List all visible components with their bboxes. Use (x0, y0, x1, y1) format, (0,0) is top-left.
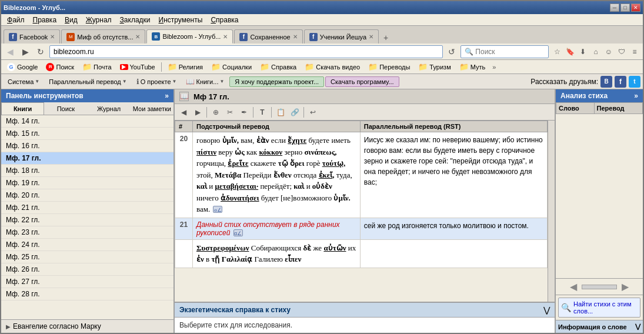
bookmark-google[interactable]: G Google (4, 62, 41, 72)
sidebar-footer[interactable]: ▶ Евангелие согласно Марку (1, 319, 173, 333)
sidebar-tab-search[interactable]: Поиск (44, 102, 87, 115)
tab-saved[interactable]: f Сохраненное ✕ (234, 29, 302, 44)
refresh-icon[interactable]: ↺ (445, 45, 458, 58)
tab-myth[interactable]: М Миф об отсутств... ✕ (61, 29, 145, 44)
add-tool-button[interactable]: ⊕ (209, 106, 222, 119)
bookmark-translations[interactable]: 📁 Переводы (365, 61, 413, 72)
sidebar-item-mf24[interactable]: Мф. 24 гл. (1, 239, 173, 251)
bookmark-download[interactable]: 📁 Скачать видео (301, 61, 363, 72)
sidebar-item-mf14[interactable]: Мф. 14 гл. (1, 115, 173, 128)
bookmark-spravka[interactable]: 📁 Справка (256, 61, 300, 72)
minimize-button[interactable]: ─ (610, 4, 619, 12)
sidebar-expand-icon[interactable]: » (165, 92, 169, 100)
tab-close-saved[interactable]: ✕ (293, 34, 298, 40)
bookmark-pochta[interactable]: 📁 Почта (79, 61, 115, 72)
facebook-share-button-2[interactable]: f (615, 76, 626, 88)
project-button[interactable]: ℹ О проекте ▼ (132, 76, 181, 88)
tab-biblezoom[interactable]: B Biblezoom - Углуб... ✕ (146, 29, 233, 44)
system-button[interactable]: Система ▼ (4, 76, 44, 87)
sidebar-item-mf22[interactable]: Мф. 22 гл. (1, 214, 173, 226)
menu-tools[interactable]: Инструменты (155, 15, 206, 25)
find-verses-button[interactable]: 🔍 Найти стихи с этим слов... (558, 298, 640, 318)
sidebar-tab-notes[interactable]: Мои заметки (131, 102, 173, 115)
bookmark-misc[interactable]: 📁 Муть (456, 61, 489, 72)
close-button[interactable]: ✕ (631, 4, 640, 12)
menu-journal[interactable]: Журнал (82, 15, 115, 25)
vertical-scrollbar[interactable] (548, 121, 555, 302)
star-icon[interactable]: ☆ (551, 46, 563, 58)
sidebar-item-mf23[interactable]: Мф. 23 гл. (1, 226, 173, 239)
prev-button[interactable]: ◀ (177, 106, 190, 119)
bookmark-youtube[interactable]: YouTube (116, 62, 159, 72)
sidebar-item-mf21[interactable]: Мф. 21 гл. (1, 202, 173, 214)
bookmark-social[interactable]: 📁 Социалки (208, 61, 255, 72)
sidebar-item-mf19[interactable]: Мф. 19 гл. (1, 177, 173, 189)
search-input[interactable] (461, 45, 549, 58)
right-scrollbar[interactable] (582, 285, 617, 289)
bookmark-icon[interactable]: 🔖 (564, 46, 576, 58)
link-button[interactable]: 🔗 (288, 106, 301, 119)
reload-button[interactable]: ↻ (34, 45, 47, 58)
right-info-expand[interactable]: ⋁ (635, 323, 640, 330)
right-left-arrow[interactable]: ◀ (570, 281, 577, 292)
tab-facebook[interactable]: f Facebook ✕ (4, 29, 60, 44)
sidebar-item-mf25[interactable]: Мф. 25 гл. (1, 251, 173, 263)
home-icon[interactable]: ⌂ (590, 46, 602, 58)
sidebar-item-mf26[interactable]: Мф. 26 гл. (1, 263, 173, 276)
download-icon[interactable]: ⬇ (577, 46, 589, 58)
profile-icon[interactable]: ☺ (603, 46, 615, 58)
table-row[interactable]: 20 говорю ὑμῖν, вам, ἐὰν если ἔχητε буде… (175, 132, 548, 218)
tab-close-myth[interactable]: ✕ (135, 34, 140, 40)
download-program-button[interactable]: Скачать программу... (325, 76, 399, 87)
menu-bookmarks[interactable]: Закладки (116, 15, 154, 25)
bottom-expand-icon[interactable]: ⋁ (543, 305, 550, 315)
tab-close-disciples[interactable]: ✕ (369, 34, 373, 40)
sidebar-item-mf16[interactable]: Мф. 16 гл. (1, 140, 173, 152)
sidebar-item-mf20[interactable]: Мф. 20 гл. (1, 189, 173, 202)
right-right-arrow[interactable]: ▶ (622, 281, 629, 292)
tab-disciples[interactable]: f Ученики Йешуа ✕ (304, 29, 379, 44)
table-row[interactable]: 21 Данный стих отсутствует в ряде ранних… (175, 218, 548, 239)
sidebar-tab-books[interactable]: Книги (1, 102, 44, 115)
bookmarks-more[interactable]: » (490, 64, 498, 71)
sidebar-item-mf17[interactable]: Мф. 17 гл. (1, 152, 173, 165)
sidebar-tab-journal[interactable]: Журнал (88, 102, 131, 115)
sidebar-item-mf27[interactable]: Мф. 27 гл. (1, 276, 173, 288)
forward-button[interactable]: ▶ (19, 45, 32, 58)
facebook-share-button[interactable]: B (600, 76, 612, 88)
copy-button[interactable]: 📋 (274, 106, 287, 119)
parallel-translation-button[interactable]: Параллельный перевод ▼ (45, 76, 131, 87)
menu-help[interactable]: Справка (207, 15, 242, 25)
scissors-button[interactable]: ✂ (223, 106, 236, 119)
new-tab-button[interactable]: + (380, 32, 392, 44)
bookmark-religion[interactable]: 📁 Религия (164, 61, 206, 72)
table-row[interactable]: Συστρεφομένων Собирающихся δὲ же αὐτῶν и… (175, 239, 548, 268)
bookmark-yandex[interactable]: Я Поиск (42, 62, 77, 72)
next-button[interactable]: ▶ (191, 106, 204, 119)
tab-close-biblezoom[interactable]: ✕ (223, 34, 228, 40)
text-button[interactable]: T (256, 106, 269, 119)
menu-edit[interactable]: Правка (29, 15, 61, 25)
table-scroll[interactable]: # Подстрочный перевод Параллельный перев… (175, 121, 548, 302)
support-button[interactable]: Я хочу поддержать проект... (229, 76, 324, 87)
address-input[interactable] (49, 45, 443, 58)
menu-icon[interactable]: ≡ (629, 46, 640, 58)
sidebar-item-mf28[interactable]: Мф. 28 гл. (1, 288, 173, 300)
menu-bar: Файл Правка Вид Журнал Закладки Инструме… (1, 14, 643, 26)
menu-view[interactable]: Вид (61, 15, 81, 25)
edit-button[interactable]: ✒ (238, 106, 251, 119)
twitter-share-button[interactable]: t (629, 76, 640, 88)
shield-icon[interactable]: 🛡 (616, 46, 628, 58)
sidebar-item-mf18[interactable]: Мф. 18 гл. (1, 165, 173, 177)
books-button[interactable]: 📖 Книги... ▼ (182, 76, 228, 88)
menu-file[interactable]: Файл (4, 15, 28, 25)
maximize-button[interactable]: □ (620, 4, 630, 12)
back-button[interactable]: ◀ (4, 45, 16, 58)
undo-button[interactable]: ↩ (306, 106, 319, 119)
ref-icon-21[interactable]: α∠ (233, 229, 243, 236)
bookmark-tourism[interactable]: 📁 Туризм (415, 61, 454, 72)
right-expand-icon[interactable]: » (634, 92, 638, 100)
tab-close-facebook[interactable]: ✕ (50, 34, 55, 40)
ref-icon-20[interactable]: α∠ (213, 206, 222, 213)
sidebar-item-mf15[interactable]: Мф. 15 гл. (1, 128, 173, 140)
